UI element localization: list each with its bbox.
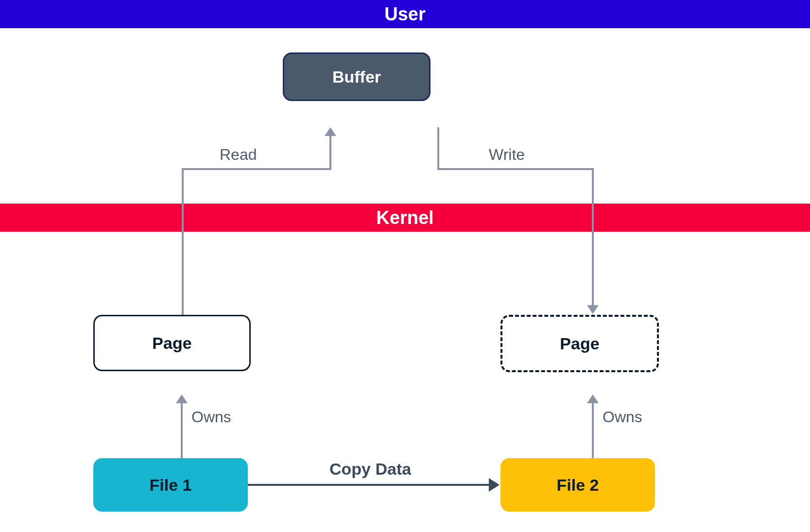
write-arrow-head — [587, 305, 599, 314]
write-arrow-vline2 — [592, 168, 594, 306]
owns-left-arrow-head — [176, 395, 188, 403]
owns-right-vline — [592, 402, 594, 458]
copy-arrow-line — [248, 484, 490, 486]
file2-node: File 2 — [500, 458, 655, 512]
page-left-node: Page — [93, 315, 251, 371]
file1-node: File 1 — [93, 458, 248, 512]
read-arrow-head — [325, 127, 336, 136]
read-arrow-hline — [182, 168, 331, 170]
owns-right-label: Owns — [603, 408, 642, 426]
buffer-node: Buffer — [283, 52, 431, 101]
user-banner: User — [0, 0, 810, 28]
owns-right-arrow-head — [587, 395, 599, 403]
write-arrow-hline — [437, 168, 594, 170]
write-arrow-vline1 — [437, 127, 439, 170]
owns-left-label: Owns — [191, 408, 231, 426]
write-label: Write — [489, 146, 525, 164]
page-right-node: Page — [500, 315, 659, 372]
owns-left-vline — [181, 402, 183, 458]
copy-data-label: Copy Data — [329, 460, 411, 479]
read-label: Read — [220, 146, 257, 164]
read-arrow-vline1 — [182, 168, 184, 315]
kernel-banner: Kernel — [0, 204, 810, 232]
read-arrow-vline2 — [329, 135, 331, 169]
copy-arrow-head — [489, 478, 500, 492]
